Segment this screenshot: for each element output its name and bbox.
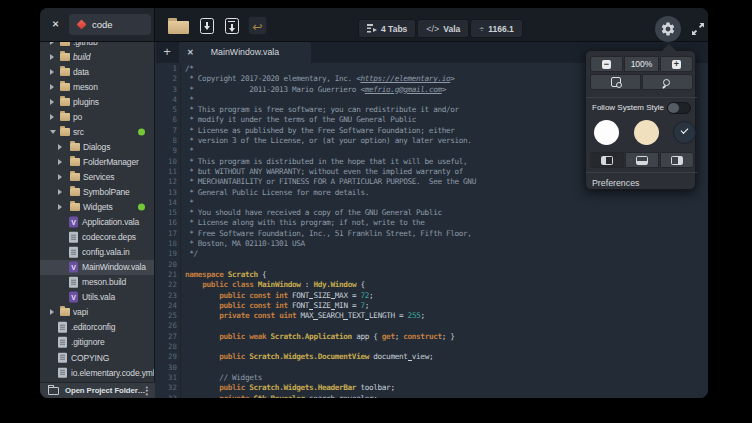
code-line: 22 public class MainWindow : Hdy.Window …	[156, 280, 476, 290]
tree-row[interactable]: VApplication.vala	[40, 215, 155, 230]
revert-button[interactable]: ↩	[248, 16, 267, 35]
tabs-indicator-button[interactable]: 4 Tabs	[358, 19, 416, 38]
find-in-project-button[interactable]	[590, 74, 641, 90]
chevron-right-icon[interactable]	[58, 204, 62, 210]
line-number: 22	[156, 280, 177, 290]
line-number: 6	[156, 115, 177, 125]
chevron-right-icon[interactable]	[50, 309, 54, 315]
chevron-right-icon[interactable]	[58, 144, 62, 150]
tree-row[interactable]: .editorconfig	[40, 320, 155, 335]
tree-row[interactable]: config.vala.in	[40, 245, 155, 260]
folder-icon	[60, 128, 70, 136]
layout-right-button[interactable]	[660, 152, 694, 168]
tree-row[interactable]: codecore.deps	[40, 230, 155, 245]
zoom-out-button[interactable]: −	[590, 56, 623, 72]
tree-row[interactable]: Dialogs	[40, 139, 155, 154]
preferences-menu-item[interactable]: Preferences	[592, 178, 639, 188]
open-project-label: Open Project Folder…	[65, 386, 145, 395]
tree-row[interactable]: data	[40, 64, 155, 79]
open-project-footer[interactable]: Open Project Folder… ⋮	[40, 382, 155, 398]
tree-row[interactable]: build	[40, 49, 155, 64]
tree-row[interactable]: meson.build	[40, 275, 155, 290]
folder-outline-icon	[48, 387, 59, 395]
layout-sidebar-icon	[601, 156, 613, 165]
language-button[interactable]: </> Vala	[417, 19, 469, 38]
tree-row-label: Widgets	[83, 202, 113, 212]
tree-row[interactable]: .gitignore	[40, 335, 155, 350]
line-number: 14	[156, 198, 177, 208]
chevron-right-icon[interactable]	[58, 189, 62, 195]
tree-row[interactable]: po	[40, 109, 155, 124]
code-line: 4 *	[156, 95, 476, 105]
tree-row[interactable]: io.elementary.code.yml	[40, 365, 155, 380]
project-tab-label: code	[92, 19, 113, 30]
tree-row[interactable]: VUtils.vala	[40, 290, 155, 305]
overflow-menu-icon[interactable]: ⋮	[142, 385, 152, 396]
file-icon	[69, 247, 78, 258]
layout-sidebar-button[interactable]	[590, 152, 624, 168]
sidebar: .githubbuilddatamesonpluginsposrcDialogs…	[40, 42, 155, 382]
layout-bottom-icon	[636, 156, 648, 165]
settings-button[interactable]	[655, 16, 681, 42]
tree-row[interactable]: src	[40, 124, 155, 139]
folder-icon	[60, 68, 70, 76]
tree-row-label: SymbolPane	[83, 187, 130, 197]
chevron-right-icon[interactable]	[58, 174, 62, 180]
tree-row-label: Dialogs	[83, 142, 110, 152]
tree-row[interactable]: SymbolPane	[40, 184, 155, 199]
follow-system-style-toggle[interactable]	[667, 102, 691, 114]
zoom-in-button[interactable]: +	[660, 56, 693, 72]
line-number: 25	[156, 311, 177, 321]
save-button[interactable]	[200, 18, 214, 34]
save-as-button[interactable]	[225, 18, 239, 34]
tree-row[interactable]: vapi	[40, 305, 155, 320]
tree-row-label: config.vala.in	[82, 247, 130, 257]
settings-popover: − 100% + Follow System Style	[585, 50, 696, 190]
find-button[interactable]	[642, 74, 693, 90]
zoom-level-button[interactable]: 100%	[624, 56, 659, 72]
new-tab-button[interactable]: +	[160, 44, 174, 59]
follow-system-style-label: Follow System Style	[592, 103, 664, 112]
tree-row[interactable]: plugins	[40, 94, 155, 109]
line-number: 27	[156, 332, 177, 342]
layout-bottom-button[interactable]	[625, 152, 659, 168]
code-line: 30	[156, 363, 476, 373]
fullscreen-button[interactable]	[690, 21, 706, 37]
code-line: 17 * Free Software Foundation, Inc., 51 …	[156, 229, 476, 239]
file-icon	[69, 277, 78, 288]
vcs-status-dot	[138, 204, 145, 211]
tree-row[interactable]: Widgets	[40, 200, 155, 215]
chevron-right-icon[interactable]	[50, 114, 54, 120]
tree-row-label: io.elementary.code.yml	[71, 368, 154, 378]
tree-row-label: Services	[83, 172, 114, 182]
chevron-right-icon[interactable]	[50, 99, 54, 105]
style-dark-swatch[interactable]	[673, 121, 696, 144]
line-column-button[interactable]: ÷ 1166.1	[470, 19, 522, 38]
tree-row[interactable]: .github	[40, 42, 155, 49]
revert-icon: ↩	[252, 20, 262, 34]
line-number: 7	[156, 126, 177, 136]
style-sepia-swatch[interactable]	[634, 120, 659, 145]
line-number: 31	[156, 373, 177, 383]
chevron-right-icon[interactable]	[50, 69, 54, 75]
chevron-down-icon[interactable]	[50, 130, 56, 134]
tree-row[interactable]: VMainWindow.vala	[40, 260, 155, 275]
tree-row-label: COPYING	[71, 353, 109, 363]
tree-row[interactable]: meson	[40, 79, 155, 94]
tree-row[interactable]: FolderManager	[40, 154, 155, 169]
line-number: 13	[156, 188, 177, 198]
open-file-button[interactable]	[168, 21, 189, 34]
tree-row[interactable]: Services	[40, 169, 155, 184]
chevron-right-icon[interactable]	[50, 42, 54, 45]
line-number: 19	[156, 249, 177, 259]
vala-file-icon: V	[69, 262, 78, 273]
close-window-icon[interactable]: ✕	[52, 19, 59, 29]
chevron-right-icon[interactable]	[50, 54, 54, 60]
chevron-right-icon[interactable]	[58, 159, 62, 165]
style-light-swatch[interactable]	[594, 120, 619, 145]
chevron-right-icon[interactable]	[50, 84, 54, 90]
tree-row[interactable]: COPYING	[40, 350, 155, 365]
line-number: 33	[156, 394, 177, 399]
project-tab[interactable]: code	[69, 14, 151, 35]
tab-mainwindow[interactable]: ✕ MainWindow.vala	[179, 42, 311, 63]
